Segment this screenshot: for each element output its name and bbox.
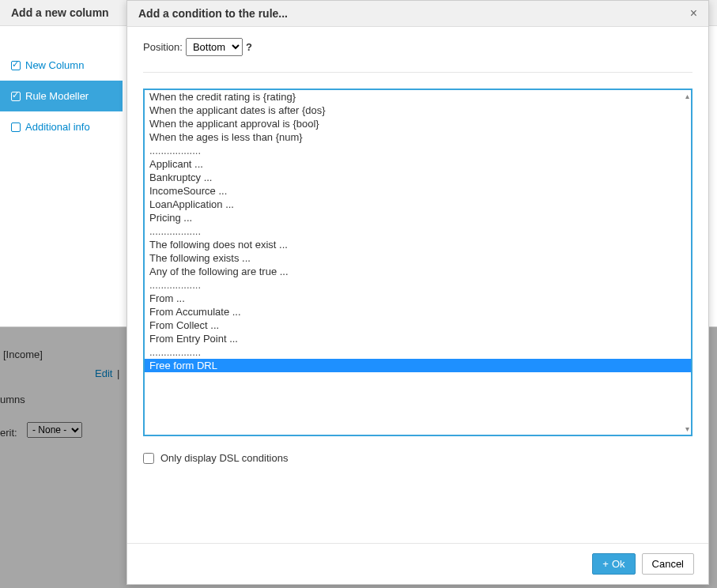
condition-option[interactable]: ..................	[145, 278, 691, 292]
condition-option[interactable]: Pricing ...	[145, 211, 691, 224]
only-dsl-row[interactable]: Only display DSL conditions	[143, 452, 692, 464]
scroll-up-icon: ▴	[685, 92, 689, 100]
condition-option[interactable]: When the ages is less than {num}	[145, 130, 691, 144]
separator	[143, 72, 692, 73]
close-icon[interactable]: ×	[690, 7, 697, 20]
plus-icon: +	[602, 558, 609, 570]
position-label: Position:	[143, 41, 183, 53]
condition-option[interactable]: From ...	[145, 292, 691, 305]
wizard-step-rule-modeller[interactable]: Rule Modeller	[0, 81, 123, 111]
condition-option[interactable]: Any of the following are true ...	[145, 265, 691, 278]
condition-option[interactable]: When the credit rating is {rating}	[145, 90, 691, 104]
wizard-step-new-column[interactable]: New Column	[0, 50, 123, 81]
condition-option[interactable]: ..................	[145, 345, 691, 359]
condition-option[interactable]: Bankruptcy ...	[145, 171, 691, 184]
wizard-step-label: Additional info	[25, 121, 90, 133]
condition-option[interactable]: ..................	[145, 144, 691, 157]
cancel-button[interactable]: Cancel	[642, 553, 694, 575]
wizard-step-label: New Column	[25, 59, 84, 71]
wizard-step-additional-info[interactable]: Additional info	[0, 111, 123, 142]
add-column-title: Add a new column	[11, 6, 109, 19]
condition-option[interactable]: Applicant ...	[145, 157, 691, 171]
ok-label: Ok	[612, 558, 625, 570]
condition-option[interactable]: From Entry Point ...	[145, 332, 691, 345]
add-condition-header: Add a condition to the rule... ×	[127, 1, 708, 27]
only-dsl-checkbox[interactable]	[143, 453, 154, 464]
condition-option[interactable]: ..................	[145, 224, 691, 238]
add-condition-dialog: Add a condition to the rule... × Positio…	[126, 0, 709, 585]
wizard-step-label: Rule Modeller	[25, 90, 89, 102]
condition-option[interactable]: The following does not exist ...	[145, 238, 691, 251]
help-icon[interactable]: ?	[246, 41, 252, 53]
only-dsl-label: Only display DSL conditions	[160, 452, 288, 464]
condition-option[interactable]: The following exists ...	[145, 251, 691, 265]
add-condition-title: Add a condition to the rule...	[138, 7, 288, 20]
condition-option[interactable]: From Accumulate ...	[145, 305, 691, 318]
check-icon	[11, 92, 21, 101]
add-condition-body: Position: Bottom ? ▴ ▾ When the credit r…	[127, 27, 708, 543]
add-condition-footer: + Ok Cancel	[127, 543, 708, 584]
condition-listbox[interactable]: ▴ ▾ When the credit rating is {rating}Wh…	[143, 89, 692, 436]
unchecked-icon	[11, 122, 21, 132]
ok-button[interactable]: + Ok	[592, 553, 635, 575]
condition-option[interactable]: When the applicant approval is {bool}	[145, 117, 691, 130]
check-icon	[11, 61, 21, 70]
condition-option[interactable]: LoanApplication ...	[145, 198, 691, 211]
scroll-down-icon: ▾	[685, 424, 689, 433]
condition-option[interactable]: IncomeSource ...	[145, 184, 691, 198]
condition-option[interactable]: When the applicant dates is after {dos}	[145, 104, 691, 117]
condition-option[interactable]: Free form DRL	[145, 359, 691, 372]
wizard-nav: New Column Rule Modeller Additional info	[0, 26, 123, 326]
position-select[interactable]: Bottom	[186, 38, 243, 56]
condition-option[interactable]: From Collect ...	[145, 318, 691, 332]
position-row: Position: Bottom ?	[143, 38, 692, 56]
